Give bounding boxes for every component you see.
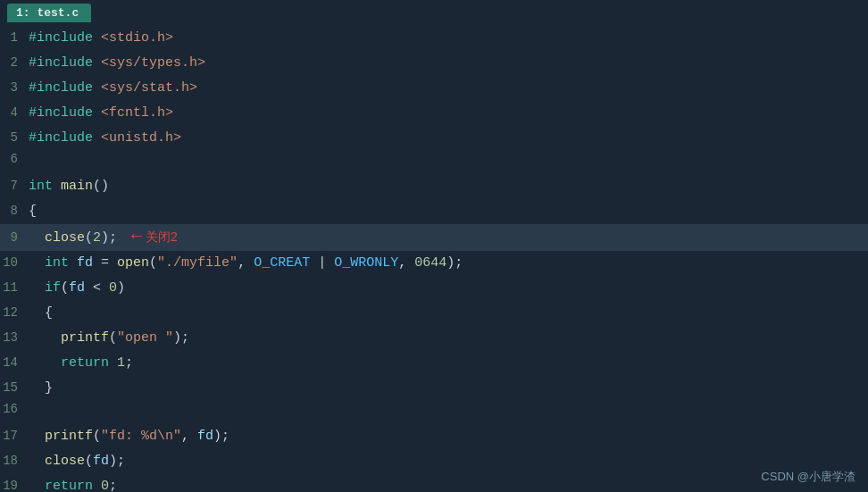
line-number: 7 xyxy=(0,179,25,193)
code-line: 14 return 1; xyxy=(0,351,868,376)
code-line: 5#include <unistd.h> xyxy=(0,126,868,151)
code-area: 1#include <stdio.h>2#include <sys/types.… xyxy=(0,26,868,491)
line-content: printf("open "); xyxy=(25,327,189,350)
line-number: 13 xyxy=(0,330,25,345)
line-content: { xyxy=(25,200,37,223)
line-number: 16 xyxy=(0,402,25,416)
code-line: 15 } xyxy=(0,376,868,401)
line-number: 10 xyxy=(0,255,25,270)
line-number: 5 xyxy=(0,130,25,145)
line-number: 11 xyxy=(0,280,25,295)
watermark: CSDN @小唐学渣 xyxy=(761,469,855,485)
line-content: int fd = open("./myfile", O_CREAT | O_WR… xyxy=(25,252,463,275)
title-tab[interactable]: 1: test.c xyxy=(7,4,91,22)
line-number: 17 xyxy=(0,429,25,443)
title-bar: 1: test.c xyxy=(0,0,868,26)
line-number: 14 xyxy=(0,355,25,370)
line-content: } xyxy=(25,377,53,400)
line-number: 8 xyxy=(0,204,25,218)
code-line: 13 printf("open "); xyxy=(0,326,868,351)
code-line: 6 xyxy=(0,151,868,174)
code-line: 4#include <fcntl.h> xyxy=(0,101,868,126)
code-line: 12 { xyxy=(0,301,868,326)
code-line: 2#include <sys/types.h> xyxy=(0,51,868,76)
annotation-arrow: ← xyxy=(131,228,142,246)
line-content: return 1; xyxy=(25,352,133,375)
code-line: 11 if(fd < 0) xyxy=(0,276,868,301)
code-line: 1#include <stdio.h> xyxy=(0,26,868,51)
code-line: 18 close(fd); xyxy=(0,449,868,474)
annotation-text: 关闭2 xyxy=(146,225,178,248)
annotation-container: ←关闭2 xyxy=(131,225,178,248)
line-content: #include <stdio.h> xyxy=(25,27,173,50)
line-content: #include <sys/stat.h> xyxy=(25,77,197,100)
code-line: 19 return 0; xyxy=(0,474,868,491)
line-content: if(fd < 0) xyxy=(25,277,125,300)
line-content: int main() xyxy=(25,175,109,198)
line-number: 2 xyxy=(0,55,25,70)
code-line: 17 printf("fd: %d\n", fd); xyxy=(0,424,868,449)
line-number: 9 xyxy=(0,230,25,245)
line-number: 6 xyxy=(0,152,25,166)
code-line: 16 xyxy=(0,401,868,424)
line-content: close(2);←关闭2 xyxy=(25,225,178,250)
code-line: 3#include <sys/stat.h> xyxy=(0,76,868,101)
line-number: 19 xyxy=(0,479,25,491)
code-line: 10 int fd = open("./myfile", O_CREAT | O… xyxy=(0,251,868,276)
code-line: 7int main() xyxy=(0,174,868,199)
line-content: printf("fd: %d\n", fd); xyxy=(25,425,230,448)
line-number: 4 xyxy=(0,105,25,120)
line-number: 12 xyxy=(0,305,25,320)
line-content: return 0; xyxy=(25,475,117,491)
line-number: 18 xyxy=(0,454,25,468)
line-content: { xyxy=(25,302,53,325)
code-line: 9 close(2);←关闭2 xyxy=(0,224,868,251)
line-number: 15 xyxy=(0,380,25,395)
line-content: #include <fcntl.h> xyxy=(25,102,173,125)
line-content: #include <sys/types.h> xyxy=(25,52,205,75)
line-content: close(fd); xyxy=(25,450,125,473)
line-content: #include <unistd.h> xyxy=(25,127,181,150)
line-number: 3 xyxy=(0,80,25,95)
code-line: 8{ xyxy=(0,199,868,224)
line-number: 1 xyxy=(0,30,25,45)
